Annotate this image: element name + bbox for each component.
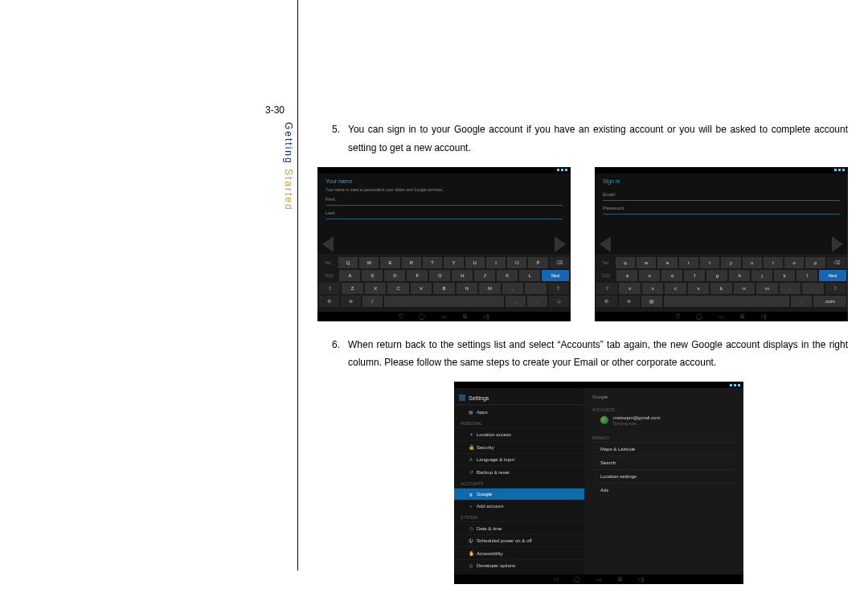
key[interactable]: T bbox=[423, 257, 442, 268]
key[interactable]: . bbox=[791, 296, 812, 307]
key[interactable]: , bbox=[502, 283, 523, 294]
key-at[interactable]: @ bbox=[641, 296, 662, 307]
key[interactable]: o bbox=[784, 257, 804, 268]
key[interactable]: Y bbox=[444, 257, 463, 268]
key-emoji-icon[interactable]: ☺ bbox=[549, 296, 569, 307]
item-google[interactable]: gGoogle bbox=[454, 488, 584, 500]
key[interactable]: s bbox=[639, 270, 660, 281]
item-date[interactable]: ◷Date & time bbox=[454, 521, 584, 534]
key-backspace-icon[interactable]: ⌫ bbox=[550, 257, 569, 268]
item-scheduled-power[interactable]: ⏻Scheduled power on & off bbox=[454, 534, 584, 546]
key[interactable]: t bbox=[700, 257, 719, 268]
key[interactable]: , bbox=[506, 296, 526, 307]
key-next[interactable]: Next bbox=[819, 270, 846, 281]
key[interactable]: R bbox=[402, 257, 421, 268]
key[interactable]: i bbox=[764, 257, 783, 268]
item-security[interactable]: 🔒Security bbox=[454, 440, 584, 453]
key[interactable]: e bbox=[657, 257, 677, 268]
first-name-field[interactable]: First bbox=[326, 197, 563, 206]
key-slash[interactable]: / bbox=[362, 296, 383, 307]
nav-home-icon[interactable]: ◯ bbox=[419, 313, 425, 320]
key-globe-icon[interactable]: ⊕ bbox=[619, 296, 640, 307]
key[interactable]: u bbox=[743, 257, 762, 268]
key[interactable]: f bbox=[684, 270, 705, 281]
key[interactable]: O bbox=[507, 257, 526, 268]
key-tab[interactable]: Tab bbox=[319, 257, 337, 268]
key[interactable]: Q bbox=[338, 257, 358, 268]
key[interactable]: F bbox=[407, 270, 428, 281]
key[interactable]: L bbox=[519, 270, 540, 281]
prev-arrow-icon[interactable] bbox=[600, 236, 611, 252]
nav-back-icon[interactable]: ▽ bbox=[399, 313, 403, 320]
key[interactable]: . bbox=[525, 283, 546, 294]
item-location[interactable]: ✦Location access bbox=[454, 427, 584, 440]
password-field[interactable]: Password bbox=[603, 206, 840, 215]
nav-recent-icon[interactable]: ▭ bbox=[719, 313, 724, 320]
key[interactable]: g bbox=[706, 270, 727, 281]
key[interactable]: d bbox=[661, 270, 682, 281]
key[interactable]: w bbox=[637, 257, 656, 268]
key[interactable]: x bbox=[642, 283, 663, 294]
key[interactable]: D bbox=[384, 270, 405, 281]
nav-back-icon[interactable]: ▽ bbox=[676, 313, 680, 320]
key[interactable]: W bbox=[359, 257, 379, 268]
nav-volume-icon[interactable]: ◁) bbox=[483, 313, 489, 320]
key-com[interactable]: .com bbox=[813, 296, 847, 307]
key[interactable]: l bbox=[796, 270, 817, 281]
key-space[interactable] bbox=[384, 296, 505, 307]
last-name-field[interactable]: Last bbox=[326, 210, 563, 219]
key-shift-icon[interactable]: ⇧ bbox=[596, 283, 617, 294]
key[interactable]: I bbox=[486, 257, 506, 268]
account-row[interactable]: msiswpm@gmail.com Syncing now... bbox=[592, 414, 735, 432]
prev-arrow-icon[interactable] bbox=[322, 236, 334, 252]
key[interactable]: a bbox=[616, 270, 637, 281]
next-arrow-icon[interactable] bbox=[832, 236, 843, 252]
privacy-item[interactable]: Maps & Latitude bbox=[592, 442, 735, 456]
item-language[interactable]: ALanguage & input bbox=[454, 453, 584, 465]
key[interactable]: k bbox=[774, 270, 795, 281]
item-apps[interactable]: ▦Apps bbox=[454, 405, 584, 418]
key-space[interactable] bbox=[664, 296, 789, 307]
key[interactable]: N bbox=[457, 283, 477, 294]
next-arrow-icon[interactable] bbox=[555, 236, 566, 252]
key-shift-icon[interactable]: ⇧ bbox=[825, 283, 846, 294]
nav-screenshot-icon[interactable]: ⧉ bbox=[463, 313, 467, 320]
key-shift-icon[interactable]: ⇧ bbox=[319, 283, 340, 294]
nav-volume-icon[interactable]: ◁) bbox=[760, 313, 766, 320]
key[interactable]: . bbox=[802, 283, 823, 294]
key[interactable]: H bbox=[452, 270, 473, 281]
key[interactable]: Z bbox=[342, 283, 362, 294]
nav-screenshot-icon[interactable]: ⧉ bbox=[740, 313, 744, 320]
privacy-item[interactable]: Ads bbox=[592, 483, 735, 497]
key[interactable]: J bbox=[474, 270, 495, 281]
key-sym[interactable]: ?123 bbox=[319, 270, 338, 281]
nav-home-icon[interactable]: ◯ bbox=[696, 313, 702, 320]
key[interactable]: P bbox=[528, 257, 547, 268]
key[interactable]: h bbox=[729, 270, 750, 281]
key[interactable]: E bbox=[380, 257, 399, 268]
key-tab[interactable]: Tab bbox=[596, 257, 614, 268]
key[interactable]: n bbox=[734, 283, 755, 294]
key[interactable]: q bbox=[616, 257, 635, 268]
key-backspace-icon[interactable]: ⌫ bbox=[827, 257, 846, 268]
nav-volume-icon[interactable]: ◁) bbox=[638, 576, 644, 582]
nav-recent-icon[interactable]: ▭ bbox=[596, 576, 602, 582]
privacy-item[interactable]: Location settings bbox=[592, 469, 735, 483]
key[interactable]: K bbox=[497, 270, 518, 281]
nav-home-icon[interactable]: ◯ bbox=[574, 576, 580, 582]
item-backup[interactable]: ↺Backup & reset bbox=[454, 465, 584, 478]
key[interactable]: X bbox=[365, 283, 386, 294]
key-next[interactable]: Next bbox=[542, 270, 569, 281]
nav-recent-icon[interactable]: ▭ bbox=[441, 313, 447, 320]
key-settings-icon[interactable]: ⚙ bbox=[596, 296, 617, 307]
key[interactable]: A bbox=[339, 270, 360, 281]
key-globe-icon[interactable]: ⊕ bbox=[341, 296, 361, 307]
key[interactable]: , bbox=[780, 283, 800, 294]
item-accessibility[interactable]: ✋Accessibility bbox=[454, 546, 584, 559]
key-settings-icon[interactable]: ⚙ bbox=[319, 296, 339, 307]
key[interactable]: U bbox=[465, 257, 485, 268]
key[interactable]: V bbox=[411, 283, 432, 294]
key[interactable]: M bbox=[479, 283, 500, 294]
key-shift-icon[interactable]: ⇧ bbox=[548, 283, 569, 294]
nav-screenshot-icon[interactable]: ⧉ bbox=[618, 576, 622, 582]
